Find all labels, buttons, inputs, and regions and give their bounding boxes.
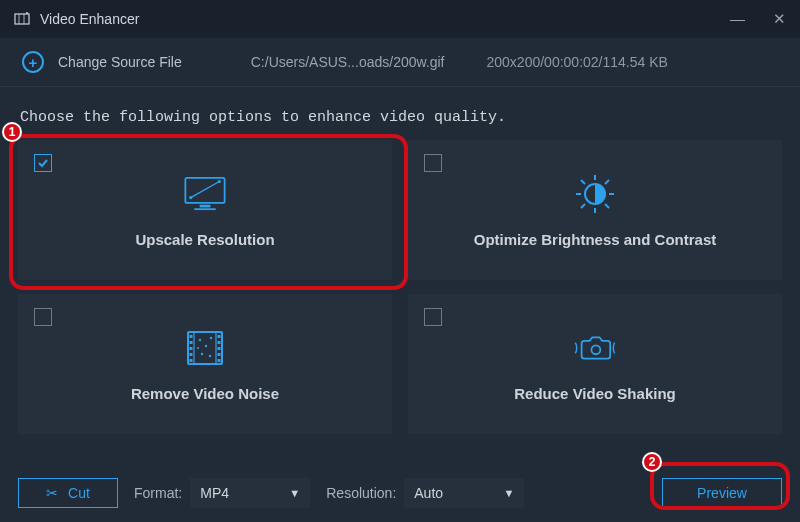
brightness-icon — [570, 173, 620, 215]
source-metadata: 200x200/00:00:02/114.54 KB — [487, 54, 668, 70]
option-label: Upscale Resolution — [135, 231, 274, 248]
svg-rect-29 — [218, 347, 221, 350]
svg-line-17 — [581, 204, 585, 208]
option-label: Optimize Brightness and Contrast — [474, 231, 717, 248]
add-source-icon[interactable]: + — [22, 51, 44, 73]
resolution-value: Auto — [414, 485, 443, 501]
svg-rect-24 — [190, 347, 193, 350]
source-bar: + Change Source File C:/Users/ASUS...oad… — [0, 38, 800, 86]
options-grid: Upscale Resolution Optimize Brightness a… — [0, 140, 800, 434]
window-minimize-icon[interactable]: — — [730, 10, 745, 28]
svg-rect-22 — [190, 335, 193, 338]
option-remove-video-noise[interactable]: Remove Video Noise — [18, 294, 392, 434]
window-close-icon[interactable]: ✕ — [773, 10, 786, 28]
cut-button[interactable]: ✂ Cut — [18, 478, 118, 508]
svg-point-33 — [205, 344, 207, 346]
preview-button[interactable]: Preview — [662, 478, 782, 508]
camera-shake-icon — [570, 327, 620, 369]
svg-line-15 — [581, 180, 585, 184]
svg-rect-23 — [190, 341, 193, 344]
chevron-down-icon: ▼ — [503, 487, 514, 499]
annotation-badge-2: 2 — [642, 452, 662, 472]
checkbox-icon[interactable] — [424, 154, 442, 172]
svg-rect-25 — [190, 353, 193, 356]
format-select[interactable]: MP4 ▼ — [190, 478, 310, 508]
cut-label: Cut — [68, 485, 90, 501]
monitor-upscale-icon — [180, 173, 230, 215]
svg-point-36 — [209, 354, 211, 356]
app-logo-icon — [14, 11, 30, 27]
bottom-bar: ✂ Cut Format: MP4 ▼ Resolution: Auto ▼ P… — [0, 478, 800, 508]
resolution-select[interactable]: Auto ▼ — [404, 478, 524, 508]
option-optimize-brightness-contrast[interactable]: Optimize Brightness and Contrast — [408, 140, 782, 280]
source-path: C:/Users/ASUS...oads/200w.gif — [251, 54, 445, 70]
svg-rect-28 — [218, 341, 221, 344]
svg-rect-9 — [194, 208, 215, 210]
svg-rect-31 — [218, 359, 221, 362]
format-label: Format: — [134, 485, 182, 501]
option-label: Reduce Video Shaking — [514, 385, 675, 402]
titlebar: Video Enhancer — ✕ — [0, 0, 800, 38]
svg-point-35 — [201, 352, 203, 354]
svg-rect-0 — [15, 14, 29, 24]
app-title: Video Enhancer — [40, 11, 139, 27]
svg-point-6 — [189, 195, 192, 198]
svg-rect-30 — [218, 353, 221, 356]
svg-point-37 — [197, 347, 199, 349]
resolution-label: Resolution: — [326, 485, 396, 501]
svg-line-5 — [191, 181, 220, 197]
option-upscale-resolution[interactable]: Upscale Resolution — [18, 140, 392, 280]
svg-rect-27 — [218, 335, 221, 338]
svg-line-16 — [605, 204, 609, 208]
svg-point-32 — [199, 338, 201, 340]
scissors-icon: ✂ — [46, 485, 58, 501]
checkbox-icon[interactable] — [34, 154, 52, 172]
chevron-down-icon: ▼ — [289, 487, 300, 499]
preview-label: Preview — [697, 485, 747, 501]
svg-rect-26 — [190, 359, 193, 362]
checkbox-icon[interactable] — [34, 308, 52, 326]
svg-point-38 — [591, 345, 600, 354]
checkbox-icon[interactable] — [424, 308, 442, 326]
svg-rect-19 — [188, 332, 222, 364]
format-value: MP4 — [200, 485, 229, 501]
svg-point-7 — [218, 179, 221, 182]
option-reduce-video-shaking[interactable]: Reduce Video Shaking — [408, 294, 782, 434]
instruction-text: Choose the following options to enhance … — [0, 87, 800, 140]
svg-rect-8 — [200, 204, 211, 207]
svg-point-3 — [26, 12, 28, 14]
option-label: Remove Video Noise — [131, 385, 279, 402]
film-noise-icon — [180, 327, 230, 369]
change-source-link[interactable]: Change Source File — [58, 54, 182, 70]
svg-point-34 — [210, 336, 212, 338]
svg-line-18 — [605, 180, 609, 184]
